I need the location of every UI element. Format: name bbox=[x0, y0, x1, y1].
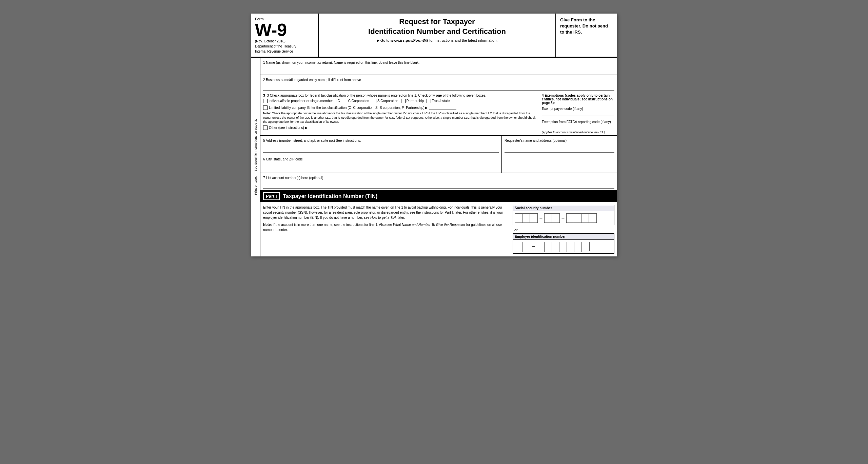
checkbox-scorp-box[interactable] bbox=[372, 99, 376, 103]
w9-form: Form W-9 (Rev. October 2018) Department … bbox=[251, 14, 617, 256]
requester-input[interactable] bbox=[505, 143, 614, 153]
checkbox-ccorp-box[interactable] bbox=[343, 99, 347, 103]
ssn-segment-2[interactable] bbox=[544, 213, 560, 223]
checkbox-other-box[interactable] bbox=[263, 125, 268, 130]
field1-row: 1 Name (as shown on your income tax retu… bbox=[260, 58, 617, 75]
ssn-cell[interactable] bbox=[589, 214, 596, 223]
form-number: W-9 bbox=[255, 21, 314, 39]
ssn-cell[interactable] bbox=[530, 214, 537, 223]
row3-container: 3 3 Check appropriate box for federal ta… bbox=[260, 92, 617, 136]
exempt-payee-label: Exempt payee code (if any) bbox=[542, 107, 614, 111]
fatca-note: (Applies to accounts maintained outside … bbox=[542, 131, 614, 134]
account-row: 7 List account number(s) here (optional) bbox=[260, 173, 617, 190]
ssn-cell[interactable] bbox=[552, 214, 559, 223]
ssn-segment-1[interactable] bbox=[515, 213, 538, 223]
checkbox-ccorp-label: C Corporation bbox=[348, 99, 369, 103]
ssn-dash-2: – bbox=[561, 215, 565, 221]
ein-box: Employer identification number – bbox=[513, 233, 614, 254]
field6-input[interactable] bbox=[263, 162, 499, 171]
ssn-cell[interactable] bbox=[545, 214, 552, 223]
field7-input[interactable] bbox=[263, 181, 614, 189]
checkbox-individual[interactable]: Individual/sole proprietor or single-mem… bbox=[263, 99, 340, 103]
side-label: Print or type. See Specific Instructions… bbox=[251, 58, 260, 256]
part1-title: Taxpayer Identification Number (TIN) bbox=[283, 193, 378, 199]
row3-right: 4 Exemptions (codes apply only to certai… bbox=[539, 92, 617, 135]
ein-segment-1[interactable] bbox=[515, 242, 530, 251]
form-dept: Department of the Treasury bbox=[255, 44, 314, 48]
ssn-fields: – – bbox=[513, 211, 614, 225]
checkbox-partnership[interactable]: Partnership bbox=[401, 99, 424, 103]
form-rev: (Rev. October 2018) bbox=[255, 39, 314, 43]
fatca-label: Exemption from FATCA reporting code (if … bbox=[542, 120, 614, 124]
ein-cell[interactable] bbox=[545, 242, 552, 252]
city-left: 6 City, state, and ZIP code bbox=[260, 154, 502, 173]
ssn-box: Social security number – bbox=[513, 205, 614, 225]
other-input[interactable] bbox=[309, 125, 536, 130]
fatca-input[interactable] bbox=[542, 124, 614, 129]
ein-cell[interactable] bbox=[537, 242, 545, 252]
checkbox-partnership-box[interactable] bbox=[401, 99, 406, 103]
ssn-label: Social security number bbox=[513, 205, 614, 211]
ssn-cell[interactable] bbox=[574, 214, 581, 223]
part1-right: Social security number – bbox=[513, 205, 614, 254]
side-label-text: Print or type. See Specific Instructions… bbox=[254, 119, 257, 195]
exemptions-heading: 4 Exemptions (codes apply only to certai… bbox=[542, 94, 614, 105]
exempt-payee-input[interactable] bbox=[542, 111, 614, 116]
part1-p1: Enter your TIN in the appropriate box. T… bbox=[263, 205, 509, 220]
field2-label: 2 Business name/disregarded entity name,… bbox=[263, 78, 361, 82]
address-left: 5 Address (number, street, and apt. or s… bbox=[260, 136, 502, 154]
ssn-segment-3[interactable] bbox=[566, 213, 597, 223]
ein-cell[interactable] bbox=[582, 242, 589, 252]
part1-p2: Note: If the account is in more than one… bbox=[263, 222, 509, 232]
ein-cell[interactable] bbox=[522, 242, 530, 252]
form-header: Form W-9 (Rev. October 2018) Department … bbox=[251, 14, 617, 58]
checkbox-scorp-label: S Corporation bbox=[377, 99, 398, 103]
ein-segment-2[interactable] bbox=[537, 242, 590, 251]
field5-input[interactable] bbox=[263, 143, 499, 153]
form-body: Print or type. See Specific Instructions… bbox=[251, 58, 617, 256]
ein-dash: – bbox=[531, 244, 536, 250]
ssn-cell[interactable] bbox=[581, 214, 589, 223]
requester-label: Requester's name and address (optional) bbox=[505, 139, 567, 142]
llc-input[interactable] bbox=[429, 105, 456, 110]
ein-cell[interactable] bbox=[567, 242, 574, 252]
header-left: Form W-9 (Rev. October 2018) Department … bbox=[251, 14, 319, 57]
ssn-cell[interactable] bbox=[522, 214, 530, 223]
form-fields: 1 Name (as shown on your income tax retu… bbox=[260, 58, 617, 256]
checkbox-individual-label: Individual/sole proprietor or single-mem… bbox=[269, 99, 340, 103]
ein-cell[interactable] bbox=[559, 242, 567, 252]
checkbox-partnership-label: Partnership bbox=[407, 99, 424, 103]
ein-cell[interactable] bbox=[552, 242, 559, 252]
checkbox-scorp[interactable]: S Corporation bbox=[372, 99, 398, 103]
ssn-cell[interactable] bbox=[567, 214, 574, 223]
field3-label: 3 3 Check appropriate box for federal ta… bbox=[263, 94, 536, 97]
ssn-cell[interactable] bbox=[515, 214, 522, 223]
address-right: Requester's name and address (optional) bbox=[502, 136, 617, 154]
ein-cell[interactable] bbox=[515, 242, 522, 252]
llc-row: Limited liability company. Enter the tax… bbox=[263, 105, 536, 110]
checkbox-ccorp[interactable]: C Corporation bbox=[343, 99, 369, 103]
checkbox-trust-box[interactable] bbox=[427, 99, 431, 103]
field1-input[interactable] bbox=[263, 66, 614, 73]
ein-cell[interactable] bbox=[574, 242, 582, 252]
row3-left: 3 3 Check appropriate box for federal ta… bbox=[260, 92, 539, 135]
checkbox-llc-box[interactable] bbox=[263, 105, 268, 110]
field2-input[interactable] bbox=[263, 83, 614, 91]
checkbox-individual-box[interactable] bbox=[263, 99, 268, 103]
ein-fields: – bbox=[513, 240, 614, 253]
city-row: 6 City, state, and ZIP code bbox=[260, 154, 617, 173]
form-title: Request for Taxpayer Identification Numb… bbox=[326, 17, 549, 36]
part1-body: Enter your TIN in the appropriate box. T… bbox=[260, 202, 617, 256]
header-center: Request for Taxpayer Identification Numb… bbox=[319, 14, 556, 57]
checkbox-trust-label: Trust/estate bbox=[432, 99, 450, 103]
other-label: Other (see instructions) ▶ bbox=[269, 126, 308, 130]
ssn-dash-1: – bbox=[539, 215, 543, 221]
field6-label: 6 City, state, and ZIP code bbox=[263, 157, 303, 161]
address-container: 5 Address (number, street, and apt. or s… bbox=[260, 136, 617, 154]
field5-label: 5 Address (number, street, and apt. or s… bbox=[263, 139, 361, 142]
form-irs: Internal Revenue Service bbox=[255, 50, 314, 53]
field1-label: 1 Name (as shown on your income tax retu… bbox=[263, 61, 419, 64]
checkbox-trust[interactable]: Trust/estate bbox=[427, 99, 450, 103]
part1-badge: Part I bbox=[263, 192, 280, 200]
ein-label: Employer identification number bbox=[513, 234, 614, 240]
